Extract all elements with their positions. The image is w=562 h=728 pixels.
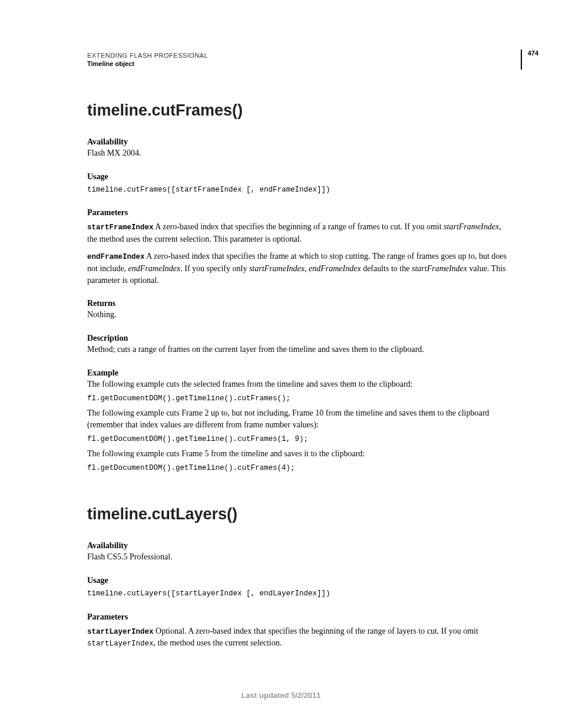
usage-label: Usage (87, 172, 509, 182)
availability-text: Flash CS5.5 Professional. (87, 552, 509, 563)
usage-code: timeline.cutFrames([startFrameIndex [, e… (87, 185, 509, 196)
page-header: EXTENDING FLASH PROFESSIONAL Timeline ob… (87, 52, 509, 70)
param-italic: startFrameIndex (444, 222, 499, 231)
usage-code: timeline.cutLayers([startLayerIndex [, e… (87, 589, 509, 599)
returns-text: Nothing. (87, 309, 509, 321)
param-code: startLayerIndex (87, 640, 154, 648)
example-label: Example (87, 368, 509, 378)
param-name: endFrameIndex (87, 253, 145, 261)
parameters-label: Parameters (87, 612, 509, 622)
param-text: A zero-based index that specifies the be… (154, 222, 444, 231)
example-code: fl.getDocumentDOM().getTimeline().cutFra… (87, 434, 509, 445)
availability-label: Availability (87, 137, 509, 147)
example-text: The following example cuts Frame 5 from … (87, 448, 509, 460)
param-text: , (305, 264, 309, 273)
example-text: The following example cuts the selected … (87, 379, 509, 390)
param-endframeindex: endFrameIndex A zero-based index that sp… (87, 251, 509, 286)
param-text: , the method uses the current selection. (154, 638, 282, 647)
example-text: The following example cuts Frame 2 up to… (87, 407, 509, 430)
header-subtitle: Timeline object (87, 60, 208, 67)
param-name: startFrameIndex (87, 223, 154, 232)
param-text: Optional. A zero-based index that specif… (154, 627, 478, 635)
param-italic: startFrameIndex (249, 264, 305, 273)
description-text: Method; cuts a range of frames on the cu… (87, 344, 509, 355)
returns-label: Returns (87, 299, 509, 308)
example-code: fl.getDocumentDOM().getTimeline().cutFra… (87, 394, 509, 404)
param-italic: endFrameIndex (309, 264, 361, 273)
usage-label: Usage (87, 576, 509, 585)
method-title-cutframes: timeline.cutFrames() (87, 101, 509, 120)
param-name: startLayerIndex (87, 628, 154, 636)
availability-label: Availability (87, 541, 509, 551)
page-footer: Last updated 5/2/2011 (0, 691, 562, 700)
param-startlayerindex: startLayerIndex Optional. A zero-based i… (87, 625, 509, 650)
param-text: . If you specify only (180, 264, 249, 273)
example-code: fl.getDocumentDOM().getTimeline().cutFra… (87, 463, 509, 474)
page-number: 474 (521, 50, 538, 70)
description-label: Description (87, 334, 509, 343)
availability-text: Flash MX 2004. (87, 148, 509, 159)
param-italic: startFrameIndex (412, 264, 467, 273)
parameters-label: Parameters (87, 208, 509, 218)
param-text: defaults to the (361, 264, 412, 273)
method-title-cutlayers: timeline.cutLayers() (87, 505, 509, 523)
param-italic: endFrameIndex (128, 264, 181, 273)
header-title: EXTENDING FLASH PROFESSIONAL (87, 52, 208, 59)
param-startframeindex: startFrameIndex A zero-based index that … (87, 221, 509, 245)
